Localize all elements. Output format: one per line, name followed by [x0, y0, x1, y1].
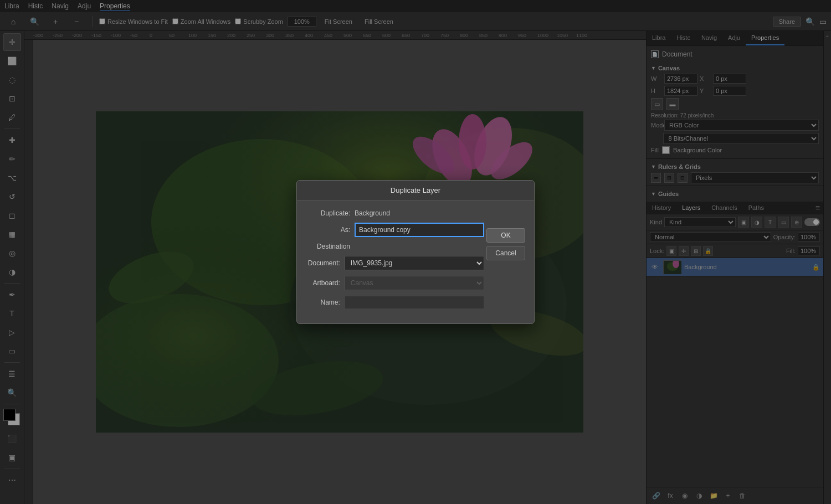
name-input[interactable]: [345, 296, 484, 309]
as-label: As:: [306, 226, 350, 234]
modal-content: Duplicate: Background As: Destination Do…: [297, 200, 534, 323]
name-label: Name:: [306, 299, 340, 306]
modal-buttons: OK Cancel: [486, 228, 525, 260]
name-row: Name:: [306, 296, 484, 309]
document-select[interactable]: IMG_9935.jpg New: [345, 256, 484, 270]
destination-label: Destination: [306, 243, 350, 250]
document-label: Document:: [306, 259, 340, 267]
modal-title: Duplicate Layer: [297, 181, 534, 200]
ok-button[interactable]: OK: [486, 228, 525, 243]
duplicate-value: Background: [355, 209, 390, 217]
artboard-select[interactable]: Canvas: [345, 276, 484, 290]
document-row: Document: IMG_9935.jpg New: [306, 256, 484, 270]
duplicate-label: Duplicate:: [306, 209, 350, 217]
duplicate-layer-modal-overlay: Duplicate Layer Duplicate: Background As…: [0, 0, 831, 504]
duplicate-layer-modal: Duplicate Layer Duplicate: Background As…: [296, 180, 535, 324]
artboard-row: Artboard: Canvas: [306, 276, 484, 290]
destination-header-row: Destination: [306, 243, 484, 250]
artboard-label: Artboard:: [306, 279, 340, 287]
duplicate-row: Duplicate: Background: [306, 209, 484, 217]
as-row: As:: [306, 223, 484, 237]
cancel-button[interactable]: Cancel: [486, 246, 525, 260]
as-input[interactable]: [355, 223, 484, 237]
